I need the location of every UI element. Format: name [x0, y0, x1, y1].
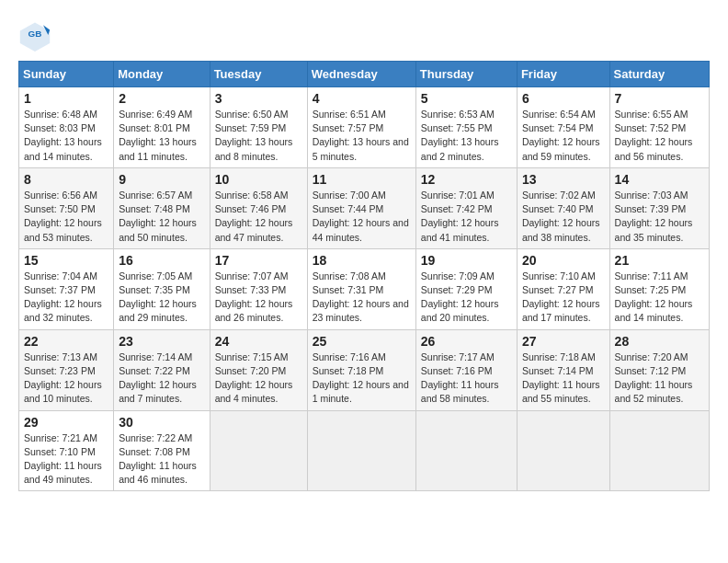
calendar-cell: 16Sunrise: 7:05 AMSunset: 7:35 PMDayligh…	[114, 248, 210, 329]
day-detail: Sunrise: 7:02 AMSunset: 7:40 PMDaylight:…	[522, 189, 605, 245]
calendar-cell: 28Sunrise: 7:20 AMSunset: 7:12 PMDayligh…	[609, 329, 709, 410]
column-header-friday: Friday	[517, 62, 609, 87]
calendar-header-row: SundayMondayTuesdayWednesdayThursdayFrid…	[19, 62, 710, 87]
calendar-cell: 24Sunrise: 7:15 AMSunset: 7:20 PMDayligh…	[210, 329, 307, 410]
day-number: 12	[421, 172, 512, 187]
calendar-cell: 2Sunrise: 6:49 AMSunset: 8:01 PMDaylight…	[114, 87, 210, 168]
calendar-cell: 10Sunrise: 6:58 AMSunset: 7:46 PMDayligh…	[210, 167, 307, 248]
calendar-week-5: 29Sunrise: 7:21 AMSunset: 7:10 PMDayligh…	[19, 410, 710, 491]
day-detail: Sunrise: 7:17 AMSunset: 7:16 PMDaylight:…	[421, 350, 512, 407]
day-number: 25	[313, 334, 411, 349]
day-number: 23	[119, 334, 204, 349]
calendar-week-4: 22Sunrise: 7:13 AMSunset: 7:23 PMDayligh…	[19, 329, 710, 410]
day-detail: Sunrise: 7:22 AMSunset: 7:08 PMDaylight:…	[119, 431, 204, 488]
day-detail: Sunrise: 7:20 AMSunset: 7:12 PMDaylight:…	[615, 350, 704, 407]
day-number: 16	[119, 253, 204, 268]
day-number: 5	[421, 91, 512, 106]
calendar-cell: 21Sunrise: 7:11 AMSunset: 7:25 PMDayligh…	[609, 248, 709, 329]
day-number: 3	[215, 91, 302, 106]
day-detail: Sunrise: 7:15 AMSunset: 7:20 PMDaylight:…	[215, 350, 302, 407]
calendar-cell: 26Sunrise: 7:17 AMSunset: 7:16 PMDayligh…	[415, 329, 517, 410]
column-header-sunday: Sunday	[19, 62, 114, 87]
calendar-cell: 4Sunrise: 6:51 AMSunset: 7:57 PMDaylight…	[307, 87, 415, 168]
day-detail: Sunrise: 7:18 AMSunset: 7:14 PMDaylight:…	[522, 350, 605, 407]
calendar-cell: 20Sunrise: 7:10 AMSunset: 7:27 PMDayligh…	[517, 248, 609, 329]
calendar-cell	[609, 410, 709, 491]
day-detail: Sunrise: 6:50 AMSunset: 7:59 PMDaylight:…	[215, 108, 302, 164]
day-detail: Sunrise: 7:00 AMSunset: 7:44 PMDaylight:…	[313, 189, 411, 245]
calendar-cell: 6Sunrise: 6:54 AMSunset: 7:54 PMDaylight…	[517, 87, 609, 168]
day-detail: Sunrise: 6:49 AMSunset: 8:01 PMDaylight:…	[119, 108, 204, 164]
svg-text:GB: GB	[28, 29, 42, 39]
calendar-cell: 11Sunrise: 7:00 AMSunset: 7:44 PMDayligh…	[307, 167, 415, 248]
day-number: 30	[119, 415, 204, 430]
day-number: 4	[313, 91, 411, 106]
calendar-cell	[415, 410, 517, 491]
day-detail: Sunrise: 6:48 AMSunset: 8:03 PMDaylight:…	[24, 108, 108, 164]
calendar-cell	[210, 410, 307, 491]
calendar-cell	[307, 410, 415, 491]
day-detail: Sunrise: 6:53 AMSunset: 7:55 PMDaylight:…	[421, 108, 512, 164]
day-detail: Sunrise: 7:10 AMSunset: 7:27 PMDaylight:…	[522, 270, 605, 326]
day-detail: Sunrise: 7:14 AMSunset: 7:22 PMDaylight:…	[119, 350, 204, 407]
column-header-tuesday: Tuesday	[210, 62, 307, 87]
day-detail: Sunrise: 7:13 AMSunset: 7:23 PMDaylight:…	[24, 350, 108, 407]
calendar-cell: 30Sunrise: 7:22 AMSunset: 7:08 PMDayligh…	[114, 410, 210, 491]
calendar-cell: 7Sunrise: 6:55 AMSunset: 7:52 PMDaylight…	[609, 87, 709, 168]
day-detail: Sunrise: 6:56 AMSunset: 7:50 PMDaylight:…	[24, 189, 108, 245]
day-number: 15	[24, 253, 108, 268]
day-number: 19	[421, 253, 512, 268]
day-detail: Sunrise: 6:55 AMSunset: 7:52 PMDaylight:…	[615, 108, 704, 164]
calendar-cell: 9Sunrise: 6:57 AMSunset: 7:48 PMDaylight…	[114, 167, 210, 248]
day-detail: Sunrise: 7:07 AMSunset: 7:33 PMDaylight:…	[215, 270, 302, 326]
day-detail: Sunrise: 6:58 AMSunset: 7:46 PMDaylight:…	[215, 189, 302, 245]
day-detail: Sunrise: 7:01 AMSunset: 7:42 PMDaylight:…	[421, 189, 512, 245]
calendar-cell: 17Sunrise: 7:07 AMSunset: 7:33 PMDayligh…	[210, 248, 307, 329]
day-number: 13	[522, 172, 605, 187]
column-header-thursday: Thursday	[415, 62, 517, 87]
day-number: 29	[24, 415, 108, 430]
logo-icon: GB	[18, 18, 51, 52]
calendar-cell: 15Sunrise: 7:04 AMSunset: 7:37 PMDayligh…	[19, 248, 114, 329]
calendar-cell: 13Sunrise: 7:02 AMSunset: 7:40 PMDayligh…	[517, 167, 609, 248]
calendar-cell: 8Sunrise: 6:56 AMSunset: 7:50 PMDaylight…	[19, 167, 114, 248]
calendar-week-1: 1Sunrise: 6:48 AMSunset: 8:03 PMDaylight…	[19, 87, 710, 168]
calendar-week-2: 8Sunrise: 6:56 AMSunset: 7:50 PMDaylight…	[19, 167, 710, 248]
day-detail: Sunrise: 6:54 AMSunset: 7:54 PMDaylight:…	[522, 108, 605, 164]
day-number: 8	[24, 172, 108, 187]
day-number: 28	[615, 334, 704, 349]
calendar-week-3: 15Sunrise: 7:04 AMSunset: 7:37 PMDayligh…	[19, 248, 710, 329]
column-header-saturday: Saturday	[609, 62, 709, 87]
calendar-cell: 25Sunrise: 7:16 AMSunset: 7:18 PMDayligh…	[307, 329, 415, 410]
calendar-body: 1Sunrise: 6:48 AMSunset: 8:03 PMDaylight…	[19, 87, 710, 491]
day-number: 14	[615, 172, 704, 187]
day-number: 21	[615, 253, 704, 268]
day-number: 10	[215, 172, 302, 187]
day-number: 26	[421, 334, 512, 349]
day-number: 22	[24, 334, 108, 349]
day-detail: Sunrise: 7:04 AMSunset: 7:37 PMDaylight:…	[24, 270, 108, 326]
day-number: 18	[313, 253, 411, 268]
day-number: 24	[215, 334, 302, 349]
day-number: 6	[522, 91, 605, 106]
day-number: 9	[119, 172, 204, 187]
day-number: 7	[615, 91, 704, 106]
day-detail: Sunrise: 6:51 AMSunset: 7:57 PMDaylight:…	[313, 108, 411, 164]
day-number: 2	[119, 91, 204, 106]
day-number: 20	[522, 253, 605, 268]
day-number: 11	[313, 172, 411, 187]
day-detail: Sunrise: 7:16 AMSunset: 7:18 PMDaylight:…	[313, 350, 411, 407]
day-number: 17	[215, 253, 302, 268]
page-header: GB	[18, 18, 710, 52]
calendar-cell: 5Sunrise: 6:53 AMSunset: 7:55 PMDaylight…	[415, 87, 517, 168]
calendar-cell	[517, 410, 609, 491]
calendar-table: SundayMondayTuesdayWednesdayThursdayFrid…	[18, 61, 710, 491]
calendar-cell: 23Sunrise: 7:14 AMSunset: 7:22 PMDayligh…	[114, 329, 210, 410]
calendar-cell: 18Sunrise: 7:08 AMSunset: 7:31 PMDayligh…	[307, 248, 415, 329]
column-header-monday: Monday	[114, 62, 210, 87]
calendar-cell: 27Sunrise: 7:18 AMSunset: 7:14 PMDayligh…	[517, 329, 609, 410]
calendar-cell: 29Sunrise: 7:21 AMSunset: 7:10 PMDayligh…	[19, 410, 114, 491]
logo: GB	[18, 18, 55, 52]
calendar-cell: 12Sunrise: 7:01 AMSunset: 7:42 PMDayligh…	[415, 167, 517, 248]
day-detail: Sunrise: 7:08 AMSunset: 7:31 PMDaylight:…	[313, 270, 411, 326]
